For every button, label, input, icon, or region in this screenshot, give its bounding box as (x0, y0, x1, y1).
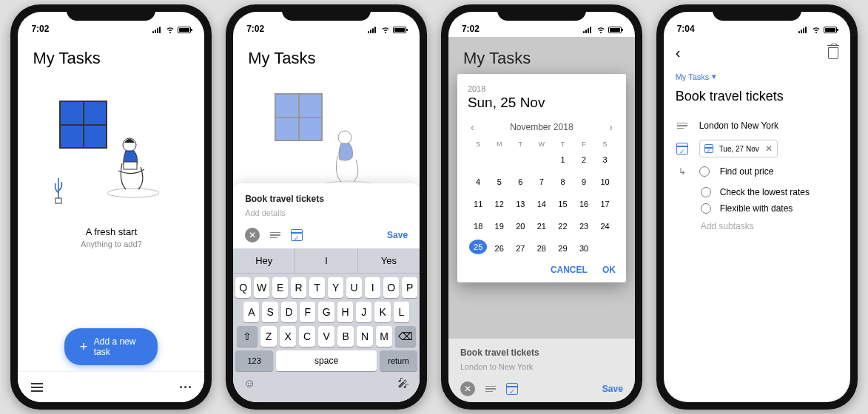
description-row[interactable]: London to New York (664, 116, 850, 135)
key-f[interactable]: F (300, 302, 315, 322)
calendar-icon[interactable] (291, 229, 303, 241)
calendar-day[interactable]: 6 (510, 174, 531, 189)
calendar-day[interactable]: 12 (488, 197, 510, 211)
task-title[interactable]: Book travel tickets (664, 84, 850, 116)
calendar-day[interactable]: 24 (594, 219, 616, 234)
key-p[interactable]: P (402, 277, 417, 298)
cancel-button[interactable]: CANCEL (551, 265, 588, 275)
key-j[interactable]: J (356, 302, 371, 322)
mic-icon[interactable]: 🎤︎ (397, 377, 409, 390)
key-123[interactable]: 123 (235, 350, 273, 371)
key-e[interactable]: E (272, 277, 288, 298)
picker-year[interactable]: 2018 (468, 84, 616, 93)
key-y[interactable]: Y (328, 277, 343, 298)
calendar-day[interactable]: 29 (552, 241, 573, 256)
key-return[interactable]: return (380, 350, 417, 371)
emoji-icon[interactable]: ☺ (243, 377, 255, 390)
calendar-day[interactable]: 13 (510, 197, 531, 211)
calendar-day[interactable]: 8 (552, 174, 573, 189)
save-button[interactable]: Save (387, 230, 408, 240)
subtask-radio[interactable] (701, 187, 711, 197)
calendar-day[interactable]: 1 (552, 152, 573, 167)
key-a[interactable]: A (243, 302, 259, 322)
key-k[interactable]: K (374, 302, 390, 322)
calendar-day[interactable]: 9 (573, 174, 595, 189)
close-icon: ✕ (460, 381, 475, 396)
ok-button[interactable]: OK (602, 265, 616, 275)
trash-icon[interactable] (828, 47, 838, 59)
calendar-day[interactable]: 20 (510, 219, 531, 234)
calendar-day[interactable]: 25 (469, 240, 487, 254)
subtask-radio[interactable] (701, 203, 711, 214)
calendar-day[interactable]: 2 (573, 152, 595, 167)
key-delete[interactable]: ⌫ (395, 326, 416, 347)
task-title-input[interactable]: Book travel tickets (245, 194, 408, 204)
key-q[interactable]: Q (235, 277, 251, 298)
key-b[interactable]: B (337, 326, 354, 347)
suggestion[interactable]: I (295, 248, 357, 273)
calendar-day[interactable]: 21 (531, 219, 553, 234)
calendar-day[interactable]: 23 (573, 219, 595, 234)
calendar-day[interactable]: 22 (552, 219, 573, 234)
empty-subtitle: Anything to add? (18, 240, 204, 248)
calendar-day[interactable]: 27 (510, 241, 531, 256)
key-m[interactable]: M (376, 326, 392, 347)
calendar-day[interactable]: 4 (468, 174, 489, 189)
key-n[interactable]: N (357, 326, 373, 347)
subtask-row[interactable]: Flexible with dates (664, 203, 850, 214)
key-h[interactable]: H (337, 302, 353, 322)
key-z[interactable]: Z (260, 326, 277, 347)
calendar-day[interactable]: 18 (468, 219, 489, 234)
menu-icon[interactable] (31, 383, 43, 392)
calendar-day[interactable]: 14 (531, 197, 553, 211)
key-x[interactable]: X (280, 326, 296, 347)
key-w[interactable]: W (254, 277, 269, 298)
key-d[interactable]: D (281, 302, 297, 322)
prev-month-icon[interactable]: ‹ (468, 121, 477, 133)
key-u[interactable]: U (346, 277, 362, 298)
subtask-arrow-icon: ↳ (679, 166, 686, 177)
calendar-day[interactable]: 5 (488, 174, 510, 189)
clear-date-icon[interactable]: ✕ (765, 143, 773, 154)
suggestion[interactable]: Hey (233, 248, 295, 273)
calendar-day[interactable]: 26 (488, 241, 510, 256)
key-r[interactable]: R (291, 277, 306, 298)
calendar-day[interactable]: 10 (594, 174, 616, 189)
calendar-day[interactable]: 17 (594, 197, 616, 211)
back-icon[interactable]: ‹ (676, 44, 681, 61)
suggestion[interactable]: Yes (358, 248, 420, 273)
subtask-row[interactable]: Check the lowest rates (664, 187, 850, 197)
calendar-day[interactable]: 15 (552, 197, 573, 211)
key-space[interactable]: space (276, 350, 377, 371)
date-chip[interactable]: Tue, 27 Nov ✕ (699, 140, 778, 157)
key-v[interactable]: V (318, 326, 334, 347)
date-row[interactable]: Tue, 27 Nov ✕ (664, 135, 850, 162)
add-subtask-button[interactable]: Add subtasks (664, 221, 850, 231)
key-c[interactable]: C (299, 326, 315, 347)
add-task-button[interactable]: + Add a new task (64, 328, 158, 365)
key-o[interactable]: O (383, 277, 399, 298)
details-icon[interactable] (270, 232, 280, 239)
calendar-day[interactable]: 28 (531, 241, 553, 256)
calendar-day[interactable]: 19 (488, 219, 510, 234)
calendar-day[interactable]: 16 (573, 197, 595, 211)
calendar-day[interactable]: 11 (468, 197, 489, 211)
more-icon[interactable] (180, 386, 191, 388)
close-icon[interactable]: ✕ (245, 228, 260, 242)
calendar-day[interactable]: 3 (594, 152, 616, 167)
breadcrumb[interactable]: My Tasks▾ (664, 69, 850, 84)
illustration (52, 101, 170, 219)
task-details-input[interactable]: Add details (245, 208, 408, 217)
key-s[interactable]: S (262, 302, 277, 322)
subtask-radio[interactable] (699, 166, 710, 177)
key-i[interactable]: I (365, 277, 380, 298)
key-g[interactable]: G (318, 302, 334, 322)
calendar-day[interactable]: 30 (573, 241, 595, 256)
key-l[interactable]: L (394, 302, 409, 322)
plus-icon: + (79, 342, 87, 352)
key-shift[interactable]: ⇧ (237, 326, 258, 347)
key-t[interactable]: T (309, 277, 325, 298)
next-month-icon[interactable]: › (606, 121, 616, 133)
subtasks-header: ↳ Find out price (664, 162, 850, 181)
calendar-day[interactable]: 7 (531, 174, 553, 189)
